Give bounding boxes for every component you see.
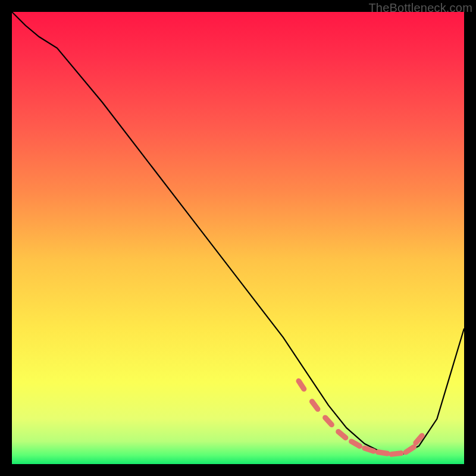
- gradient-background: [12, 12, 464, 464]
- optimal-dot: [365, 448, 374, 451]
- chart-root: TheBottleneck.com: [0, 0, 476, 476]
- optimal-dot: [378, 452, 387, 453]
- plot-svg: [12, 12, 464, 464]
- optimal-dot: [392, 453, 401, 455]
